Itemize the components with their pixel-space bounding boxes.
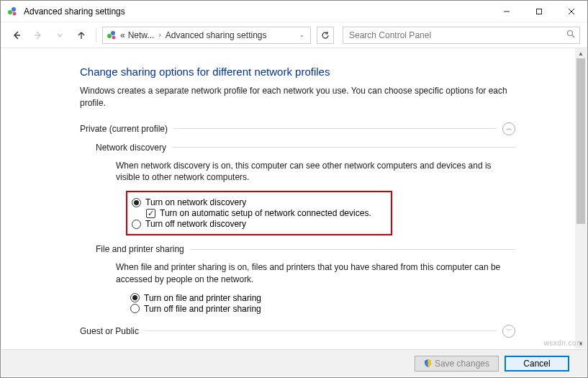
checkbox-nd-auto[interactable]: ✓ Turn on automatic setup of network con… [146, 208, 384, 218]
file-printer-body: When file and printer sharing is on, fil… [116, 261, 515, 286]
svg-point-0 [8, 10, 12, 14]
checkbox-icon: ✓ [146, 209, 155, 218]
radio-fp-off[interactable]: Turn off file and printer sharing [130, 304, 515, 314]
network-discovery-heading: Network discovery [96, 143, 515, 153]
svg-rect-4 [536, 9, 541, 14]
cancel-button[interactable]: Cancel [505, 356, 569, 372]
file-printer-options: Turn on file and printer sharing Turn of… [130, 293, 515, 314]
content-area: Change sharing options for different net… [1, 48, 587, 348]
breadcrumb-level1[interactable]: Netw... [128, 30, 155, 40]
scrollbar[interactable]: ▲ ▼ [575, 48, 587, 348]
shield-icon [424, 359, 432, 367]
svg-point-11 [112, 35, 116, 39]
search-box[interactable] [343, 27, 580, 44]
scroll-up-icon[interactable]: ▲ [575, 48, 587, 58]
bottombar: Save changes Cancel [1, 349, 587, 377]
chevron-down-icon[interactable]: ﹀ [502, 325, 515, 338]
breadcrumb-dropdown-icon[interactable]: ⌄ [299, 32, 307, 38]
search-icon [566, 30, 575, 40]
svg-line-13 [572, 35, 574, 37]
up-button[interactable] [73, 27, 90, 44]
network-discovery-body: When network discovery is on, this compu… [116, 160, 515, 184]
scroll-thumb[interactable] [576, 58, 585, 224]
save-changes-button[interactable]: Save changes [415, 356, 499, 372]
back-button[interactable] [8, 27, 25, 44]
navbar: « Netw... › Advanced sharing settings ⌄ [1, 22, 587, 48]
app-icon [6, 6, 18, 17]
svg-point-12 [568, 31, 573, 36]
breadcrumb-level2[interactable]: Advanced sharing settings [166, 30, 267, 40]
svg-point-2 [13, 12, 17, 15]
section-private-label: Private (current profile) [80, 124, 168, 134]
breadcrumb-icon [106, 30, 117, 41]
radio-icon [130, 293, 140, 302]
radio-nd-on[interactable]: Turn on network discovery [132, 197, 384, 207]
forward-button[interactable] [30, 27, 47, 44]
breadcrumb[interactable]: « Netw... › Advanced sharing settings ⌄ [102, 27, 311, 44]
page-description: Windows creates a separate network profi… [80, 85, 515, 109]
recent-dropdown[interactable] [51, 27, 68, 44]
svg-point-1 [12, 7, 16, 12]
network-discovery-options: Turn on network discovery ✓ Turn on auto… [126, 191, 392, 235]
minimize-button[interactable] [490, 1, 523, 22]
titlebar: Advanced sharing settings [1, 1, 587, 22]
radio-nd-off[interactable]: Turn off network discovery [132, 219, 384, 229]
close-button[interactable] [555, 1, 587, 22]
maximize-button[interactable] [523, 1, 555, 22]
window-title: Advanced sharing settings [24, 6, 490, 17]
refresh-button[interactable] [317, 27, 334, 44]
separator [96, 28, 96, 42]
section-guest-label: Guest or Public [80, 326, 139, 336]
chevron-up-icon[interactable]: ︿ [502, 122, 515, 135]
radio-icon [132, 198, 141, 207]
radio-fp-on[interactable]: Turn on file and printer sharing [130, 293, 515, 303]
scroll-down-icon[interactable]: ▼ [575, 338, 587, 348]
svg-point-9 [107, 34, 112, 38]
radio-icon [132, 220, 141, 229]
page-title: Change sharing options for different net… [80, 66, 515, 78]
radio-icon [130, 304, 140, 313]
breadcrumb-prefix: « [120, 30, 125, 40]
section-private-header[interactable]: Private (current profile) ︿ [80, 122, 515, 135]
section-guest-header[interactable]: Guest or Public ﹀ [80, 325, 515, 338]
file-printer-heading: File and printer sharing [96, 244, 515, 254]
search-input[interactable] [348, 30, 566, 41]
chevron-right-icon: › [157, 31, 162, 39]
svg-point-10 [111, 31, 115, 35]
